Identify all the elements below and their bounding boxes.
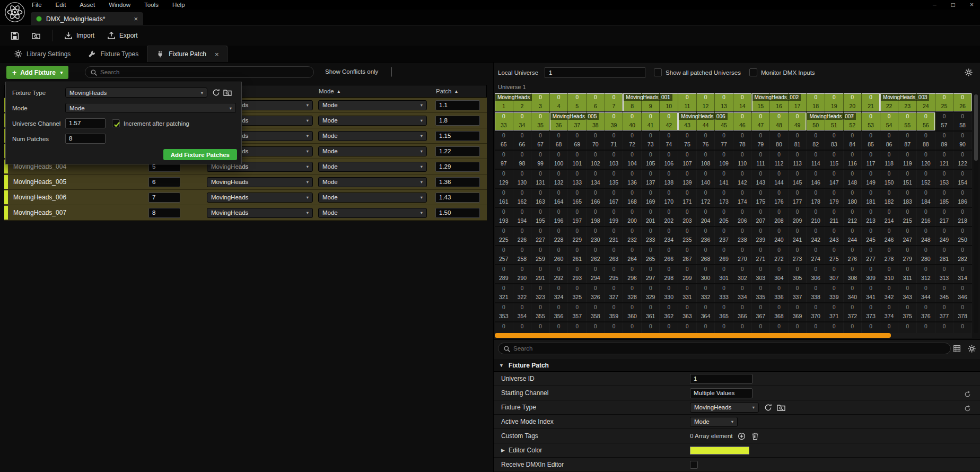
dmx-channel-cell[interactable]: 0295 bbox=[605, 265, 624, 283]
dmx-channel-cell[interactable]: 0228 bbox=[550, 227, 568, 245]
dmx-channel-cell[interactable]: 073 bbox=[642, 132, 660, 150]
dmx-channel-cell[interactable]: 0139 bbox=[678, 170, 697, 188]
dmx-channel-cell[interactable]: 040 bbox=[623, 112, 642, 130]
fixture-type-dropdown[interactable]: MovingHeads ▾ bbox=[65, 88, 207, 98]
dmx-channel-cell[interactable]: 0122 bbox=[953, 151, 972, 169]
dmx-channel-cell[interactable]: 0291 bbox=[531, 265, 550, 283]
dmx-channel-cell[interactable]: 0118 bbox=[880, 151, 899, 169]
dmx-channel-cell[interactable]: 0330 bbox=[660, 284, 678, 302]
dmx-channel-cell[interactable]: 0268 bbox=[697, 246, 715, 264]
dmx-channel-cell[interactable]: 0272 bbox=[770, 246, 789, 264]
dmx-channel-cell[interactable]: 0203 bbox=[678, 208, 697, 226]
dmx-channel-cell[interactable]: 0243 bbox=[825, 227, 844, 245]
dmx-channel-cell[interactable]: 0240 bbox=[770, 227, 789, 245]
dmx-channel-cell[interactable]: 0324 bbox=[550, 284, 568, 302]
dmx-channel-cell[interactable]: 0153 bbox=[935, 170, 954, 188]
dmx-channel-cell[interactable]: 0378 bbox=[953, 303, 972, 321]
dmx-channel-cell[interactable]: 0216 bbox=[917, 208, 935, 226]
dmx-channel-cell[interactable]: 0135 bbox=[605, 170, 624, 188]
fixture-type-dropdown[interactable]: MovingHeads▾ bbox=[207, 177, 313, 187]
mode-dropdown[interactable]: Mode▾ bbox=[318, 116, 427, 126]
dmx-channel-cell[interactable]: 039 bbox=[605, 112, 624, 130]
dmx-channel-cell[interactable]: 0245 bbox=[862, 227, 880, 245]
dmx-channel-cell[interactable]: 042 bbox=[660, 112, 678, 130]
close-tab-icon[interactable]: × bbox=[134, 15, 138, 22]
dmx-channel-cell[interactable]: 0179 bbox=[825, 189, 844, 207]
increment-after-patching-check[interactable] bbox=[112, 119, 120, 127]
dmx-channel-cell[interactable]: 099 bbox=[531, 151, 550, 169]
dmx-channel-cell[interactable]: 0261 bbox=[568, 246, 587, 264]
dmx-channel-cell[interactable]: 0136 bbox=[623, 170, 642, 188]
dmx-channel-cell[interactable]: 0371 bbox=[825, 303, 844, 321]
dmx-channel-cell[interactable]: 0239 bbox=[752, 227, 771, 245]
dmx-channel-cell[interactable]: 0339 bbox=[825, 284, 844, 302]
dmx-channel-cell[interactable]: 0373 bbox=[862, 303, 880, 321]
patch-address-field[interactable]: 1.43 bbox=[435, 193, 480, 203]
dmx-channel-cell[interactable]: 025 bbox=[935, 93, 954, 111]
dmx-channel-cell[interactable]: 0273 bbox=[789, 246, 807, 264]
dmx-channel-cell[interactable]: 04 bbox=[550, 93, 568, 111]
dmx-channel-cell[interactable]: 0195 bbox=[531, 208, 550, 226]
detail-value-dropdown[interactable]: Mode▾ bbox=[690, 417, 738, 427]
dmx-channel-cell[interactable]: 011 bbox=[678, 93, 697, 111]
dmx-channel-cell[interactable]: 0121 bbox=[935, 151, 954, 169]
fixture-search-input[interactable] bbox=[85, 66, 314, 78]
import-button[interactable]: Import bbox=[59, 28, 100, 43]
dmx-channel-cell[interactable]: 0258 bbox=[513, 246, 532, 264]
dmx-channel-cell[interactable]: 0396 bbox=[697, 322, 715, 333]
dmx-channel-cell[interactable]: 0163 bbox=[531, 189, 550, 207]
asset-tab-dmx-movingheads[interactable]: DMX_MovingHeads* × bbox=[31, 12, 143, 25]
fixture-patch-section-header[interactable]: ▼ Fixture Patch bbox=[494, 359, 980, 372]
dmx-channel-cell[interactable]: 0297 bbox=[642, 265, 660, 283]
mode-dropdown[interactable]: Mode▾ bbox=[318, 100, 427, 110]
dmx-channel-cell[interactable]: 0334 bbox=[733, 284, 752, 302]
dmx-channel-cell[interactable]: 047 bbox=[752, 112, 771, 130]
dmx-channel-cell[interactable]: 0362 bbox=[660, 303, 678, 321]
dmx-channel-cell[interactable]: 0305 bbox=[789, 265, 807, 283]
dmx-channel-cell[interactable]: 0100 bbox=[550, 151, 568, 169]
dmx-channel-cell[interactable]: 0310 bbox=[880, 265, 899, 283]
dmx-channel-cell[interactable]: 097 bbox=[495, 151, 513, 169]
expand-icon[interactable]: ▶ bbox=[501, 448, 505, 453]
menu-file[interactable]: File bbox=[32, 2, 42, 8]
dmx-channel-cell[interactable]: 066 bbox=[513, 132, 532, 150]
dmx-channel-cell[interactable]: 0269 bbox=[715, 246, 733, 264]
dmx-channel-cell[interactable]: 070 bbox=[587, 132, 605, 150]
dmx-channel-cell[interactable]: 0404 bbox=[844, 322, 862, 333]
dmx-channel-cell[interactable]: 0176 bbox=[770, 189, 789, 207]
dmx-channel-cell[interactable]: 076 bbox=[697, 132, 715, 150]
dmx-channel-cell[interactable]: 0235 bbox=[678, 227, 697, 245]
mode-dropdown[interactable]: Mode▾ bbox=[318, 131, 427, 141]
dmx-channel-cell[interactable]: 0408 bbox=[917, 322, 935, 333]
dmx-channel-cell[interactable]: 0338 bbox=[807, 284, 825, 302]
add-array-element-icon[interactable] bbox=[738, 432, 746, 440]
dmx-channel-cell[interactable]: 0250 bbox=[953, 227, 972, 245]
dmx-channel-cell[interactable]: 0279 bbox=[898, 246, 917, 264]
detail-value-input[interactable]: 1 bbox=[690, 374, 752, 384]
dmx-channel-cell[interactable]: 0133 bbox=[568, 170, 587, 188]
dmx-channel-cell[interactable]: 0359 bbox=[605, 303, 624, 321]
dmx-channel-cell[interactable]: 033 bbox=[495, 112, 513, 130]
dmx-channel-cell[interactable]: 0209 bbox=[789, 208, 807, 226]
dmx-channel-cell[interactable]: 0215 bbox=[898, 208, 917, 226]
dmx-channel-cell[interactable]: 0265 bbox=[642, 246, 660, 264]
reset-to-default-icon[interactable] bbox=[963, 404, 972, 413]
dmx-channel-cell[interactable]: 0229 bbox=[568, 227, 587, 245]
dmx-channel-cell[interactable]: 0111 bbox=[752, 151, 771, 169]
dmx-channel-cell[interactable]: 0409 bbox=[935, 322, 954, 333]
dmx-channel-cell[interactable]: 0354 bbox=[513, 303, 532, 321]
dmx-channel-cell[interactable]: 0208 bbox=[770, 208, 789, 226]
dmx-channel-cell[interactable]: 0332 bbox=[697, 284, 715, 302]
dmx-channel-cell[interactable]: 0337 bbox=[789, 284, 807, 302]
dmx-channel-cell[interactable]: 0167 bbox=[605, 189, 624, 207]
dmx-channel-cell[interactable]: 078 bbox=[733, 132, 752, 150]
menu-asset[interactable]: Asset bbox=[80, 2, 95, 8]
dmx-channel-cell[interactable]: 0368 bbox=[770, 303, 789, 321]
dmx-channel-cell[interactable]: 014 bbox=[733, 93, 752, 111]
dmx-channel-cell[interactable]: 0170 bbox=[660, 189, 678, 207]
dmx-channel-cell[interactable]: 0212 bbox=[844, 208, 862, 226]
dmx-channel-cell[interactable]: 020 bbox=[844, 93, 862, 111]
dmx-channel-cell[interactable]: 0202 bbox=[660, 208, 678, 226]
fixture-id-field[interactable]: 8 bbox=[148, 208, 180, 218]
dmx-channel-cell[interactable]: 0325 bbox=[568, 284, 587, 302]
